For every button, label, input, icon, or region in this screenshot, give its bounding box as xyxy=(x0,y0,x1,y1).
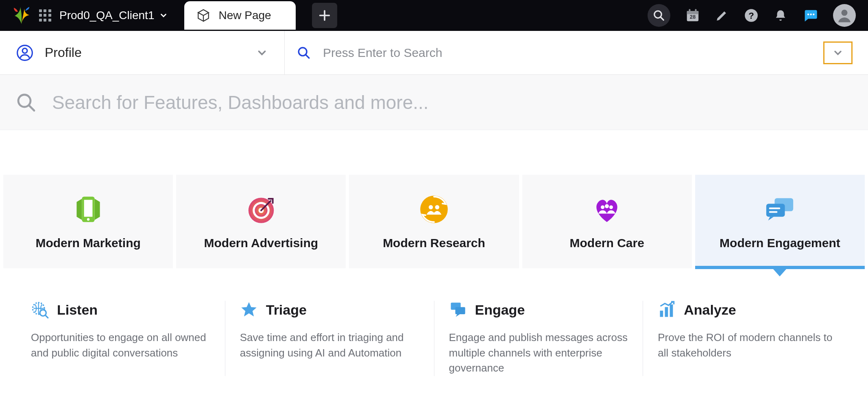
svg-rect-32 xyxy=(769,207,780,209)
profile-label: Profile xyxy=(45,45,244,60)
help-button[interactable]: ? xyxy=(744,8,759,23)
feature-description: Opportunities to engage on all owned and… xyxy=(31,330,210,361)
heart-people-icon xyxy=(591,193,623,226)
svg-point-24 xyxy=(420,196,448,223)
feature-search-input[interactable] xyxy=(52,91,852,113)
chevron-down-icon xyxy=(832,47,844,59)
chevron-down-icon xyxy=(256,47,268,59)
category-modern-marketing[interactable]: Modern Marketing xyxy=(3,175,173,268)
selected-indicator xyxy=(773,269,786,276)
app-launcher-icon[interactable] xyxy=(39,9,51,22)
person-icon xyxy=(836,7,853,24)
category-label: Modern Research xyxy=(383,236,485,250)
help-icon: ? xyxy=(744,8,759,23)
svg-rect-40 xyxy=(670,304,673,317)
topbar: Prod0_QA_Client1 New Page 28 ? xyxy=(0,0,868,31)
subbar: Profile xyxy=(0,31,868,75)
profile-icon xyxy=(16,44,33,61)
svg-point-29 xyxy=(609,205,613,209)
svg-point-10 xyxy=(842,10,848,16)
chat-bubbles-icon xyxy=(763,193,796,226)
feature-description: Prove the ROI of modern channels to all … xyxy=(658,330,837,361)
svg-point-9 xyxy=(813,13,814,15)
category-label: Modern Advertising xyxy=(204,236,318,250)
messages-icon xyxy=(449,301,467,319)
cube-icon xyxy=(196,9,210,22)
feature-analyze[interactable]: Analyze Prove the ROI of modern channels… xyxy=(643,301,852,376)
search-icon xyxy=(653,9,665,22)
tab-label: New Page xyxy=(218,9,271,22)
mobile-icon xyxy=(72,193,105,226)
globe-search-icon xyxy=(31,301,49,319)
feature-title: Engage xyxy=(475,302,525,318)
svg-rect-31 xyxy=(766,204,785,217)
calendar-day: 28 xyxy=(685,14,700,20)
feature-description: Engage and publish messages across multi… xyxy=(449,330,628,376)
chevron-down-icon xyxy=(159,11,168,20)
plus-icon xyxy=(318,9,331,22)
features-row: Listen Opportunities to engage on all ow… xyxy=(0,268,868,376)
category-row: Modern Marketing Modern Advertising Mode… xyxy=(0,175,868,268)
chat-button[interactable] xyxy=(802,7,818,24)
svg-rect-4 xyxy=(695,9,697,12)
svg-point-12 xyxy=(22,48,27,53)
user-avatar[interactable] xyxy=(833,4,856,27)
category-label: Modern Marketing xyxy=(35,236,140,250)
search-icon xyxy=(297,46,311,60)
category-modern-care[interactable]: Modern Care xyxy=(522,175,692,268)
topbar-left: Prod0_QA_Client1 New Page xyxy=(12,1,337,30)
subbar-search xyxy=(285,41,868,64)
feature-title: Analyze xyxy=(684,302,736,318)
svg-rect-39 xyxy=(665,307,668,317)
calendar-button[interactable]: 28 xyxy=(685,8,700,23)
bar-chart-icon xyxy=(658,301,676,319)
category-label: Modern Care xyxy=(570,236,644,250)
target-icon xyxy=(245,193,277,226)
svg-point-26 xyxy=(435,205,439,209)
edit-button[interactable] xyxy=(715,9,729,22)
feature-listen[interactable]: Listen Opportunities to engage on all ow… xyxy=(16,301,225,376)
new-tab-button[interactable] xyxy=(312,3,337,28)
feature-search-bar xyxy=(0,75,868,130)
svg-rect-3 xyxy=(689,9,691,12)
category-modern-research[interactable]: Modern Research xyxy=(349,175,519,268)
category-modern-engagement[interactable]: Modern Engagement xyxy=(695,175,865,268)
category-label: Modern Engagement xyxy=(720,236,840,250)
feature-description: Save time and effort in triaging and ass… xyxy=(240,330,419,361)
svg-rect-33 xyxy=(769,211,778,213)
svg-rect-37 xyxy=(455,307,465,314)
svg-point-28 xyxy=(605,204,609,208)
notifications-button[interactable] xyxy=(774,9,787,22)
expand-button[interactable] xyxy=(823,41,853,64)
svg-point-8 xyxy=(810,13,812,15)
bell-icon xyxy=(774,9,787,22)
client-name: Prod0_QA_Client1 xyxy=(59,9,154,22)
chat-icon xyxy=(802,7,818,24)
svg-text:?: ? xyxy=(748,11,754,21)
active-tab[interactable]: New Page xyxy=(184,1,295,30)
svg-point-25 xyxy=(429,205,433,209)
search-icon xyxy=(16,93,36,112)
svg-point-27 xyxy=(601,205,604,209)
feature-engage[interactable]: Engage Engage and publish messages acros… xyxy=(434,301,643,376)
profile-selector[interactable]: Profile xyxy=(0,31,285,74)
svg-point-19 xyxy=(87,218,89,221)
feature-triage[interactable]: Triage Save time and effort in triaging … xyxy=(225,301,434,376)
cycle-people-icon xyxy=(418,193,450,226)
svg-rect-38 xyxy=(660,311,663,317)
star-icon xyxy=(240,301,258,319)
svg-marker-15 xyxy=(76,199,82,220)
pencil-icon xyxy=(715,9,729,22)
brand-logo[interactable] xyxy=(12,6,31,25)
topbar-right: 28 ? xyxy=(648,4,856,27)
feature-title: Listen xyxy=(57,302,98,318)
svg-marker-16 xyxy=(94,199,100,220)
client-switcher[interactable]: Prod0_QA_Client1 xyxy=(59,9,168,22)
category-modern-advertising[interactable]: Modern Advertising xyxy=(176,175,346,268)
feature-title: Triage xyxy=(266,302,307,318)
global-search-button[interactable] xyxy=(648,4,670,27)
subbar-search-input[interactable] xyxy=(323,46,811,60)
svg-rect-18 xyxy=(84,200,92,217)
svg-point-7 xyxy=(807,13,809,15)
